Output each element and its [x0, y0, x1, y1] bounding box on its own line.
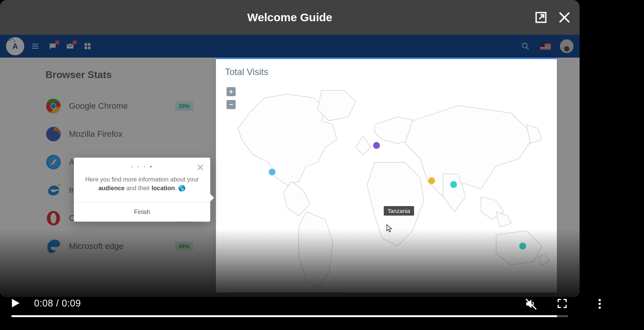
menu-button[interactable]	[31, 42, 39, 50]
edge-icon	[45, 238, 61, 254]
mail-badge	[73, 41, 77, 44]
close-icon	[557, 10, 572, 25]
browser-pct-badge: 09%	[175, 242, 193, 251]
video-time: 0:08 / 0:09	[34, 298, 81, 309]
play-icon	[9, 297, 20, 309]
app-logo[interactable]: A	[6, 37, 24, 55]
tour-step-dots: • • • •	[74, 158, 210, 170]
modal-header: Welcome Guide	[0, 0, 580, 35]
viewport: Welcome Guide A	[0, 0, 644, 330]
video-progress-fill	[11, 315, 557, 317]
tour-tooltip-card: • • • • Here you find more information a…	[74, 158, 210, 222]
modal-title: Welcome Guide	[247, 11, 333, 24]
locale-flag-us[interactable]	[540, 43, 551, 50]
ie-icon	[45, 182, 61, 198]
svg-rect-2	[85, 44, 87, 46]
grid-icon	[84, 43, 91, 50]
map-pin[interactable]	[269, 169, 275, 175]
map-pin[interactable]	[428, 177, 435, 184]
browser-name: Google Chrome	[69, 101, 175, 111]
app-top-bar: A	[0, 35, 580, 58]
avatar[interactable]	[560, 39, 574, 53]
search-button[interactable]	[521, 42, 530, 50]
safari-icon	[45, 154, 61, 170]
hamburger-icon	[31, 42, 39, 50]
tour-body-text: Here you find more information about you…	[74, 170, 210, 202]
tour-finish-button[interactable]: Finish	[74, 202, 210, 222]
svg-point-6	[522, 43, 527, 48]
video-controls: 0:08 / 0:09	[0, 281, 644, 330]
svg-point-14	[50, 213, 56, 224]
video-progress[interactable]	[11, 315, 568, 317]
cursor-icon	[386, 224, 392, 233]
browser-row-edge[interactable]: Microsoft edge 09%	[45, 232, 193, 260]
popout-icon	[535, 11, 547, 24]
total-visits-panel: Total Visits + −	[216, 58, 557, 292]
map-pin[interactable]	[373, 142, 380, 149]
close-icon	[196, 163, 205, 172]
more-options-button[interactable]	[599, 299, 601, 309]
svg-rect-5	[88, 47, 91, 49]
play-button[interactable]	[9, 297, 20, 309]
map-tooltip: Tanzania	[384, 206, 414, 216]
firefox-icon	[45, 126, 61, 142]
svg-point-9	[51, 104, 56, 108]
browser-name: Microsoft edge	[69, 241, 175, 251]
fullscreen-button[interactable]	[557, 298, 568, 310]
map-pin[interactable]	[450, 181, 457, 188]
svg-rect-3	[88, 44, 91, 46]
world-map[interactable]: Tanzania	[223, 82, 553, 289]
total-visits-title: Total Visits	[216, 59, 557, 80]
browser-stats-title: Browser Stats	[45, 69, 193, 81]
chrome-icon	[45, 98, 61, 114]
mail-button[interactable]	[66, 42, 74, 50]
close-button[interactable]	[556, 9, 573, 26]
volume-muted-icon	[525, 298, 536, 310]
app-area: A	[0, 35, 580, 297]
browser-pct-badge: 23%	[175, 102, 193, 111]
land-shapes	[238, 90, 549, 288]
fullscreen-icon	[557, 298, 567, 309]
apps-button[interactable]	[83, 42, 92, 50]
chat-button[interactable]	[48, 42, 57, 50]
opera-icon	[45, 210, 61, 226]
popout-button[interactable]	[533, 9, 549, 26]
browser-row-firefox[interactable]: Mozilla Firefox	[45, 120, 193, 148]
svg-rect-4	[85, 47, 87, 49]
tour-close-button[interactable]	[196, 163, 205, 172]
mute-button[interactable]	[525, 298, 536, 310]
search-icon	[521, 42, 530, 50]
browser-name: Mozilla Firefox	[69, 129, 193, 139]
chat-badge	[55, 41, 59, 44]
browser-row-chrome[interactable]: Google Chrome 23%	[45, 92, 193, 120]
svg-point-10	[46, 127, 61, 142]
embedded-screenshot: Welcome Guide A	[0, 0, 580, 297]
map-pin[interactable]	[519, 242, 526, 249]
